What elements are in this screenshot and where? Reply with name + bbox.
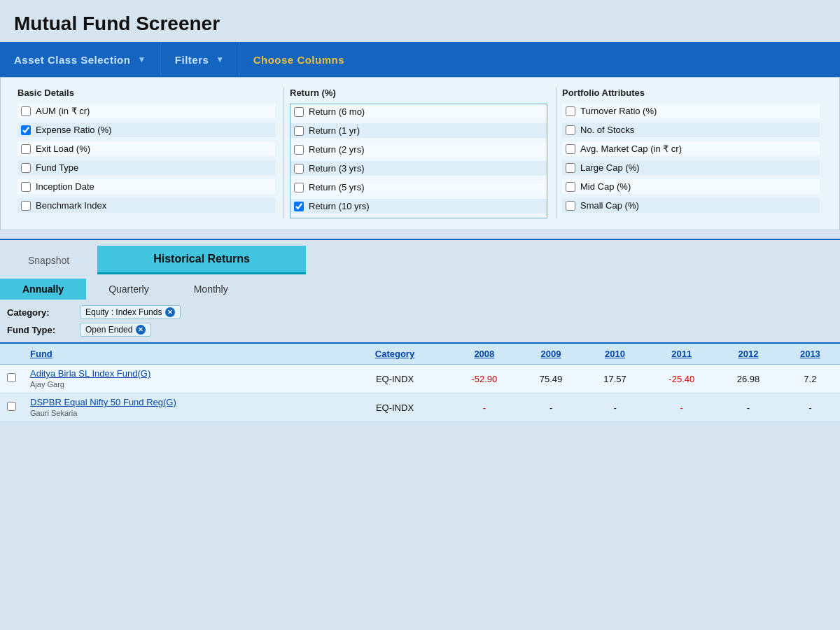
- num-stocks-checkbox[interactable]: [566, 125, 575, 135]
- fund-name-link-0[interactable]: Aditya Birla SL Index Fund(G): [30, 368, 333, 379]
- col-header-2008[interactable]: 2008: [449, 344, 519, 365]
- benchmark-index-checkbox[interactable]: [21, 201, 31, 211]
- return-10yr-label: Return (10 yrs): [309, 201, 370, 211]
- col-header-fund[interactable]: Fund: [23, 344, 340, 365]
- col-num-stocks: No. of Stocks: [562, 122, 820, 137]
- y2013-cell-0: 7.2: [780, 365, 840, 393]
- col-return-1yr: Return (1 yr): [290, 123, 547, 138]
- col-header-category[interactable]: Category: [340, 344, 450, 365]
- small-cap-label: Small Cap (%): [580, 200, 639, 211]
- col-header-2013[interactable]: 2013: [780, 344, 840, 365]
- tab-snapshot[interactable]: Snapshot: [0, 248, 97, 273]
- y2013-cell-1: -: [780, 393, 840, 422]
- return-10yr-checkbox[interactable]: [294, 202, 304, 211]
- y2008-cell-1: -: [449, 393, 519, 422]
- tab-monthly[interactable]: Monthly: [172, 279, 251, 300]
- fund-table: Fund Category 2008 2009 2010 2011 2012 2…: [0, 344, 840, 422]
- col-exit-load: Exit Load (%): [18, 141, 275, 156]
- aum-checkbox[interactable]: [21, 106, 31, 116]
- category-filter-label: Category:: [7, 307, 70, 318]
- row-checkbox-1[interactable]: [0, 393, 23, 422]
- basic-details-group: Basic Details AUM (in ₹ cr) Expense Rati…: [12, 88, 284, 218]
- asset-class-arrow-icon: ▼: [137, 55, 146, 64]
- fund-table-body: Aditya Birla SL Index Fund(G) Ajay Garg …: [0, 365, 840, 422]
- category-remove-button[interactable]: ✕: [165, 307, 175, 317]
- turnover-ratio-checkbox[interactable]: [566, 106, 575, 116]
- fund-type-filter-value: Open Ended: [85, 325, 132, 335]
- table-header-row: Fund Category 2008 2009 2010 2011 2012 2…: [0, 344, 840, 365]
- col-header-2009[interactable]: 2009: [519, 344, 582, 365]
- avg-mktcap-label: Avg. Market Cap (in ₹ cr): [580, 144, 682, 154]
- fund-type-label: Fund Type: [36, 162, 78, 173]
- mid-cap-checkbox[interactable]: [566, 182, 575, 192]
- y2011-cell-0: -25.40: [647, 365, 716, 393]
- y2012-cell-1: -: [716, 393, 780, 422]
- fund-type-filter-tag: Open Ended ✕: [80, 323, 151, 337]
- view-tabs: Snapshot Historical Returns: [0, 240, 840, 274]
- category-filter-tag: Equity : Index Funds ✕: [80, 305, 181, 319]
- return-list: Return (6 mo) Return (1 yr) Return (2 yr…: [290, 104, 547, 218]
- col-return-5yrs: Return (5 yrs): [290, 180, 547, 195]
- fund-manager-0: Ajay Garg: [30, 380, 64, 388]
- y2010-cell-0: 17.57: [583, 365, 647, 393]
- exit-load-checkbox[interactable]: [21, 144, 31, 154]
- return-pct-title: Return (%): [290, 88, 547, 98]
- col-fund-type: Fund Type: [18, 160, 275, 175]
- return-2yr-checkbox[interactable]: [294, 145, 304, 155]
- small-cap-checkbox[interactable]: [566, 201, 575, 211]
- fund-type-checkbox[interactable]: [21, 163, 31, 173]
- expense-ratio-checkbox[interactable]: [21, 125, 31, 135]
- inception-date-checkbox[interactable]: [21, 182, 31, 192]
- y2009-cell-0: 75.49: [519, 365, 582, 393]
- asset-class-selection-button[interactable]: Asset Class Selection ▼: [0, 42, 161, 77]
- large-cap-checkbox[interactable]: [566, 163, 575, 173]
- category-cell-1: EQ-INDX: [340, 393, 450, 422]
- tab-quarterly[interactable]: Quarterly: [86, 279, 172, 300]
- fund-type-remove-button[interactable]: ✕: [136, 325, 146, 335]
- col-small-cap: Small Cap (%): [562, 198, 820, 213]
- period-tabs: Annually Quarterly Monthly: [0, 279, 840, 300]
- select-all-header[interactable]: [0, 344, 23, 365]
- category-cell-0: EQ-INDX: [340, 365, 450, 393]
- col-aum: AUM (in ₹ cr): [18, 104, 275, 118]
- y2010-cell-1: -: [583, 393, 647, 422]
- tab-historical-returns[interactable]: Historical Returns: [97, 246, 306, 274]
- choose-columns-label: Choose Columns: [253, 54, 344, 66]
- row-checkbox-0[interactable]: [0, 365, 23, 393]
- col-benchmark: Benchmark Index: [18, 198, 275, 213]
- columns-panel: Basic Details AUM (in ₹ cr) Expense Rati…: [0, 77, 840, 230]
- return-1yr-checkbox[interactable]: [294, 126, 304, 136]
- benchmark-index-label: Benchmark Index: [36, 200, 106, 211]
- filters-button[interactable]: Filters ▼: [161, 42, 239, 77]
- tab-annually[interactable]: Annually: [0, 279, 86, 300]
- page-title: Mutual Fund Screener: [0, 0, 840, 42]
- fund-cell-1: DSPBR Equal Nifty 50 Fund Reg(G) Gauri S…: [23, 393, 340, 422]
- fund-cell-0: Aditya Birla SL Index Fund(G) Ajay Garg: [23, 365, 340, 393]
- inception-date-label: Inception Date: [36, 181, 94, 192]
- aum-label: AUM (in ₹ cr): [36, 106, 90, 116]
- col-avg-mktcap: Avg. Market Cap (in ₹ cr): [562, 141, 820, 156]
- y2012-cell-0: 26.98: [716, 365, 780, 393]
- col-inception: Inception Date: [18, 179, 275, 194]
- table-row: DSPBR Equal Nifty 50 Fund Reg(G) Gauri S…: [0, 393, 840, 422]
- return-5yr-checkbox[interactable]: [294, 183, 304, 192]
- col-header-2010[interactable]: 2010: [583, 344, 647, 365]
- return-5yr-label: Return (5 yrs): [309, 182, 364, 192]
- basic-details-title: Basic Details: [18, 88, 275, 98]
- return-3yr-checkbox[interactable]: [294, 164, 304, 174]
- fund-name-link-1[interactable]: DSPBR Equal Nifty 50 Fund Reg(G): [30, 397, 333, 407]
- return-6mo-label: Return (6 mo): [309, 106, 365, 117]
- filters-arrow-icon: ▼: [216, 55, 224, 64]
- col-header-2011[interactable]: 2011: [647, 344, 716, 365]
- mid-cap-label: Mid Cap (%): [580, 181, 631, 192]
- return-2yr-label: Return (2 yrs): [309, 144, 364, 155]
- expense-ratio-label: Expense Ratio (%): [36, 125, 111, 135]
- turnover-ratio-label: Turnover Ratio (%): [580, 106, 657, 116]
- return-6mo-checkbox[interactable]: [294, 107, 304, 117]
- col-return-6mo: Return (6 mo): [290, 104, 547, 119]
- choose-columns-button[interactable]: Choose Columns: [239, 42, 358, 77]
- col-header-2012[interactable]: 2012: [716, 344, 780, 365]
- num-stocks-label: No. of Stocks: [580, 125, 634, 135]
- avg-mktcap-checkbox[interactable]: [566, 144, 575, 154]
- return-pct-group: Return (%) Return (6 mo) Return (1 yr) R…: [284, 88, 556, 218]
